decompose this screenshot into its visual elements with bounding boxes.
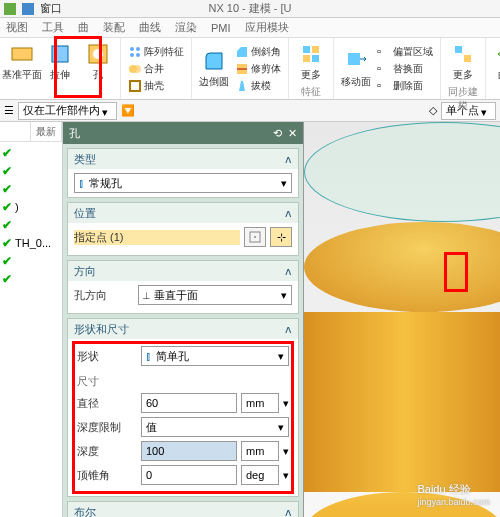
hole-direction-text: 垂直于面 [154, 288, 277, 303]
svg-rect-2 [12, 48, 32, 60]
selection-scope-dropdown[interactable]: 仅在工作部件内▾ [18, 102, 117, 120]
menu-curve[interactable]: 曲线 [139, 20, 161, 35]
move-face-button[interactable]: 移动面 [338, 47, 374, 91]
ribbon-group-edge: 边倒圆 倒斜角 修剪体 拔模 [192, 38, 289, 99]
svg-rect-0 [4, 3, 16, 15]
tree-item[interactable]: ✔ [2, 252, 60, 270]
menu-curve1[interactable]: 曲 [78, 20, 89, 35]
menu-pmi[interactable]: PMI [211, 22, 231, 34]
delete-face-button[interactable]: ▫删除面 [375, 78, 435, 94]
section-header-direction[interactable]: 方向ʌ [68, 261, 298, 281]
menu-tools[interactable]: 工具 [42, 20, 64, 35]
more-button-2[interactable]: 更多 [445, 40, 481, 84]
depth-label: 深度 [77, 444, 137, 459]
section-position: 位置ʌ 指定点 (1) ⊹ [67, 202, 299, 256]
tree-item[interactable]: ✔ [2, 270, 60, 288]
main-area: 最新 ✔ ✔ ✔ ✔) ✔ ✔TH_0... ✔ ✔ 孔 ⟲ ✕ 类型ʌ [0, 122, 500, 517]
section-header-shape[interactable]: 形状和尺寸ʌ [68, 319, 298, 339]
tree-item[interactable]: ✔ [2, 216, 60, 234]
hole-icon [86, 42, 110, 66]
tree-item[interactable]: ✔TH_0... [2, 234, 60, 252]
filter-icon[interactable]: 🔽 [121, 104, 135, 117]
edge-blend-button[interactable]: 边倒圆 [196, 47, 232, 91]
hole-type-text: 常规孔 [89, 176, 277, 191]
hole-type-dropdown[interactable]: ⫿ 常规孔 ▾ [74, 173, 292, 193]
depth-field[interactable]: 100 [141, 441, 237, 461]
tab-latest[interactable]: 最新 [31, 122, 62, 141]
shape-text: 简单孔 [156, 349, 274, 364]
trim-body-button[interactable]: 修剪体 [233, 61, 283, 77]
offset-region-button[interactable]: ▫偏置区域 [375, 44, 435, 60]
svg-rect-17 [303, 55, 310, 62]
dialog-close-icon[interactable]: ✕ [288, 127, 297, 140]
tree-item[interactable]: ✔ [2, 144, 60, 162]
section-header-boolean[interactable]: 布尔ʌ [68, 502, 298, 517]
shape-dropdown[interactable]: ⫿ 简单孔 ▾ [141, 346, 289, 366]
annotation-highlight-dimensions: 形状 ⫿ 简单孔 ▾ 尺寸 直径 60 mm ▾ [72, 341, 294, 494]
menu-icon[interactable]: ☰ [4, 104, 14, 117]
graphics-viewport[interactable]: Baidu 经验 jingyan.baidu.com [304, 122, 500, 517]
feature-tree[interactable]: ✔ ✔ ✔ ✔) ✔ ✔TH_0... ✔ ✔ [0, 142, 62, 517]
edge-blend-icon [202, 49, 226, 73]
extrude-icon [48, 42, 72, 66]
dialog-pin-icon[interactable]: ⟲ [273, 127, 282, 140]
ribbon-more2: 更多 同步建模 [441, 38, 486, 99]
snap-icon[interactable]: ◇ [429, 104, 437, 117]
ribbon: 基准平面 拉伸 孔 阵列特征 合并 抽壳 边倒圆 倒斜角 修剪体 拔模 [0, 38, 500, 100]
chevron-down-icon[interactable]: ▾ [283, 445, 289, 458]
watermark: Baidu 经验 jingyan.baidu.com [417, 482, 490, 507]
watermark-url: jingyan.baidu.com [417, 497, 490, 507]
svg-rect-12 [130, 81, 140, 91]
replace-face-button[interactable]: ▫替换面 [375, 61, 435, 77]
shell-icon [128, 79, 142, 93]
datum-plane-button[interactable]: 基准平面 [4, 40, 40, 84]
hole-button[interactable]: 孔 [80, 40, 116, 84]
chamfer-label: 倒斜角 [251, 45, 281, 59]
unite-label: 合并 [144, 62, 164, 76]
hole-direction-dropdown[interactable]: ⟂ 垂直于面 ▾ [138, 285, 292, 305]
pattern-label: 阵列特征 [144, 45, 184, 59]
svg-rect-18 [312, 55, 319, 62]
chamfer-button[interactable]: 倒斜角 [233, 44, 283, 60]
chevron-down-icon[interactable]: ▾ [283, 397, 289, 410]
draft-icon [235, 79, 249, 93]
depth-limit-dropdown[interactable]: 值▾ [141, 417, 289, 437]
diameter-unit[interactable]: mm [241, 393, 279, 413]
section-header-position[interactable]: 位置ʌ [68, 203, 298, 223]
section-title: 形状和尺寸 [74, 322, 129, 337]
menu-render[interactable]: 渲染 [175, 20, 197, 35]
extrude-button[interactable]: 拉伸 [42, 40, 78, 84]
tip-angle-label: 顶锥角 [77, 468, 137, 483]
svg-point-8 [130, 53, 134, 57]
chevron-down-icon[interactable]: ▾ [283, 469, 289, 482]
pattern-feature-button[interactable]: 阵列特征 [126, 44, 186, 60]
chevron-down-icon: ▾ [281, 289, 287, 302]
unite-button[interactable]: 合并 [126, 61, 186, 77]
depth-unit[interactable]: mm [241, 441, 279, 461]
point-dialog-button[interactable]: ⊹ [270, 227, 292, 247]
surface-button[interactable]: 曲面 [490, 40, 500, 84]
draft-button[interactable]: 拔模 [233, 78, 283, 94]
tree-item[interactable]: ✔) [2, 198, 60, 216]
tip-angle-unit[interactable]: deg [241, 465, 279, 485]
save-icon[interactable] [22, 3, 34, 15]
delete-label: 删除面 [393, 79, 423, 93]
tip-angle-value: 0 [146, 469, 152, 481]
section-header-type[interactable]: 类型ʌ [68, 149, 298, 169]
delete-icon: ▫ [377, 79, 391, 93]
diameter-field[interactable]: 60 [141, 393, 237, 413]
more-button-1[interactable]: 更多 [293, 40, 329, 84]
window-menu[interactable]: 窗口 [40, 1, 62, 16]
tree-item[interactable]: ✔ [2, 162, 60, 180]
menu-view[interactable]: 视图 [6, 20, 28, 35]
replace-icon: ▫ [377, 62, 391, 76]
menu-assembly[interactable]: 装配 [103, 20, 125, 35]
sketch-point-button[interactable] [244, 227, 266, 247]
tab-blank[interactable] [0, 122, 31, 141]
tree-item[interactable]: ✔ [2, 180, 60, 198]
shell-button[interactable]: 抽壳 [126, 78, 186, 94]
section-title: 位置 [74, 206, 96, 221]
menu-app[interactable]: 应用模块 [245, 20, 289, 35]
tip-angle-field[interactable]: 0 [141, 465, 237, 485]
dialog-title: 孔 [69, 126, 80, 141]
